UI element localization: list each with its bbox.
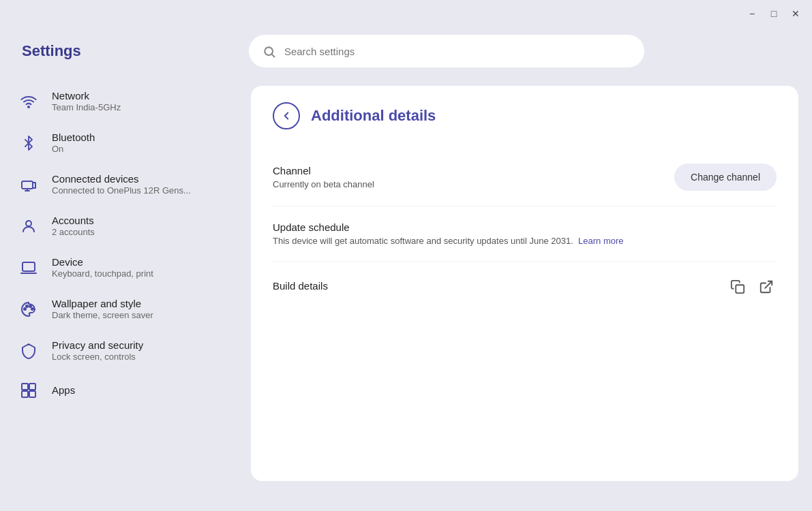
learn-more-link[interactable]: Learn more bbox=[578, 236, 623, 246]
network-sublabel: Team India-5GHz bbox=[52, 102, 121, 112]
sidebar: Network Team India-5GHz Bluetooth On bbox=[0, 75, 245, 511]
bluetooth-icon bbox=[19, 134, 38, 153]
channel-row: Channel Currently on beta channel Change… bbox=[273, 149, 777, 206]
content-area: Network Team India-5GHz Bluetooth On bbox=[0, 75, 812, 511]
connected-devices-label: Connected devices bbox=[52, 173, 191, 185]
accounts-sublabel: 2 accounts bbox=[52, 227, 95, 237]
svg-point-8 bbox=[29, 305, 31, 307]
sidebar-item-connected-devices[interactable]: Connected devices Connected to OnePlus 1… bbox=[0, 164, 245, 205]
header: Settings bbox=[0, 0, 812, 75]
shield-icon bbox=[19, 341, 38, 360]
wallpaper-sublabel: Dark theme, screen saver bbox=[52, 310, 153, 320]
sidebar-item-privacy[interactable]: Privacy and security Lock screen, contro… bbox=[0, 330, 245, 371]
channel-title: Channel bbox=[273, 165, 374, 176]
sidebar-item-network[interactable]: Network Team India-5GHz bbox=[0, 80, 245, 122]
sidebar-item-apps[interactable]: Apps bbox=[0, 371, 245, 409]
apps-text: Apps bbox=[52, 384, 75, 397]
svg-point-4 bbox=[26, 221, 31, 226]
app-container: Settings bbox=[0, 0, 812, 511]
svg-line-1 bbox=[272, 55, 275, 57]
account-icon bbox=[19, 217, 38, 236]
search-input[interactable] bbox=[284, 46, 631, 57]
sidebar-item-device[interactable]: Device Keyboard, touchpad, print bbox=[0, 247, 245, 288]
svg-rect-11 bbox=[29, 384, 35, 390]
wallpaper-text: Wallpaper and style Dark theme, screen s… bbox=[52, 298, 153, 320]
svg-rect-10 bbox=[22, 384, 28, 390]
device-sublabel: Keyboard, touchpad, print bbox=[52, 268, 153, 279]
open-external-button[interactable] bbox=[756, 277, 777, 297]
update-schedule-row: Update schedule This device will get aut… bbox=[273, 206, 777, 262]
svg-point-9 bbox=[31, 308, 33, 310]
devices-icon bbox=[19, 175, 38, 194]
page-title: Additional details bbox=[311, 107, 436, 125]
privacy-sublabel: Lock screen, controls bbox=[52, 352, 143, 362]
channel-text: Channel Currently on beta channel bbox=[273, 165, 374, 189]
device-label: Device bbox=[52, 256, 153, 268]
svg-point-2 bbox=[28, 106, 29, 108]
connected-devices-sublabel: Connected to OnePlus 12R Gens... bbox=[52, 185, 191, 196]
device-text: Device Keyboard, touchpad, print bbox=[52, 256, 153, 279]
app-title: Settings bbox=[22, 42, 81, 60]
bluetooth-sublabel: On bbox=[52, 144, 95, 154]
privacy-label: Privacy and security bbox=[52, 339, 143, 351]
wallpaper-label: Wallpaper and style bbox=[52, 298, 153, 309]
accounts-label: Accounts bbox=[52, 215, 95, 226]
svg-rect-3 bbox=[22, 181, 33, 189]
back-button[interactable] bbox=[273, 102, 300, 129]
card-header: Additional details bbox=[273, 102, 777, 129]
update-schedule-text: Update schedule This device will get aut… bbox=[273, 221, 624, 246]
channel-subtitle: Currently on beta channel bbox=[273, 179, 374, 189]
change-channel-button[interactable]: Change channel bbox=[674, 164, 777, 191]
privacy-text: Privacy and security Lock screen, contro… bbox=[52, 339, 143, 362]
accounts-text: Accounts 2 accounts bbox=[52, 215, 95, 237]
bluetooth-label: Bluetooth bbox=[52, 131, 95, 143]
laptop-icon bbox=[19, 258, 38, 277]
svg-point-7 bbox=[26, 305, 28, 307]
main-content: Additional details Channel Currently on … bbox=[245, 75, 812, 511]
svg-rect-12 bbox=[22, 391, 28, 397]
palette-icon bbox=[19, 300, 38, 319]
build-details-title: Build details bbox=[273, 280, 328, 292]
svg-line-15 bbox=[765, 281, 772, 288]
network-text: Network Team India-5GHz bbox=[52, 90, 121, 112]
sidebar-item-bluetooth[interactable]: Bluetooth On bbox=[0, 122, 245, 164]
network-label: Network bbox=[52, 90, 121, 102]
svg-rect-13 bbox=[29, 391, 35, 397]
update-schedule-title: Update schedule bbox=[273, 221, 624, 233]
build-details-row: Build details bbox=[273, 262, 777, 312]
content-card: Additional details Channel Currently on … bbox=[251, 86, 798, 481]
apps-label: Apps bbox=[52, 384, 75, 396]
update-schedule-subtitle: This device will get automatic software … bbox=[273, 236, 624, 246]
svg-point-6 bbox=[24, 308, 26, 310]
svg-rect-14 bbox=[736, 285, 744, 293]
apps-icon bbox=[19, 381, 38, 400]
svg-rect-5 bbox=[22, 262, 35, 271]
search-bar bbox=[249, 35, 644, 67]
update-schedule-description: This device will get automatic software … bbox=[273, 236, 575, 246]
build-details-actions bbox=[727, 277, 777, 297]
build-details-text: Build details bbox=[273, 280, 328, 294]
sidebar-item-accounts[interactable]: Accounts 2 accounts bbox=[0, 205, 245, 247]
bluetooth-text: Bluetooth On bbox=[52, 131, 95, 154]
search-icon bbox=[262, 44, 276, 58]
connected-devices-text: Connected devices Connected to OnePlus 1… bbox=[52, 173, 191, 196]
copy-button[interactable] bbox=[727, 277, 748, 297]
wifi-icon bbox=[19, 92, 38, 111]
sidebar-item-wallpaper[interactable]: Wallpaper and style Dark theme, screen s… bbox=[0, 288, 245, 330]
